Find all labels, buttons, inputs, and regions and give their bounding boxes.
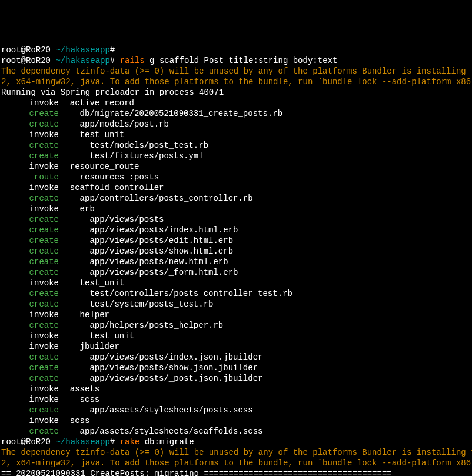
generator-path: app/views/posts/index.html.erb <box>60 225 238 235</box>
generator-action: create <box>1 426 60 437</box>
generator-action: create <box>1 405 60 415</box>
command-name: rake <box>120 437 145 447</box>
prompt-path: ~/hakaseapp <box>55 56 109 65</box>
generator-action: invoke <box>1 161 60 172</box>
generator-action: create <box>1 235 60 246</box>
generator-line: invoke scss <box>1 415 471 426</box>
generator-path: jbuilder <box>60 342 119 351</box>
generator-action: create <box>1 151 60 161</box>
prompt-path: ~/hakaseapp <box>55 437 109 447</box>
generator-action: create <box>1 246 60 257</box>
generator-action: create <box>1 214 60 225</box>
generator-line: invoke helper <box>1 309 471 320</box>
generator-action: create <box>1 267 60 278</box>
generator-line: create test/controllers/posts_controller… <box>1 288 471 299</box>
generator-line: invoke jbuilder <box>1 341 471 352</box>
command-args: db:migrate <box>145 437 194 447</box>
generator-line: create test/system/posts_test.rb <box>1 299 471 309</box>
command-name: rails <box>120 56 149 65</box>
generator-line: invoke test_unit <box>1 331 471 341</box>
generator-line: route resources :posts <box>1 172 471 182</box>
generator-line: create db/migrate/20200521090331_create_… <box>1 108 471 119</box>
prompt-hash: # <box>110 56 120 65</box>
generator-line: create app/views/posts/index.json.jbuild… <box>1 352 471 362</box>
prompt-hash: # <box>110 437 120 447</box>
generator-action: create <box>1 108 60 119</box>
generator-line: invoke assets <box>1 384 471 394</box>
generator-path: app/views/posts/new.html.erb <box>60 257 228 267</box>
generator-action: create <box>1 119 60 129</box>
generator-line: create app/views/posts/index.html.erb <box>1 225 471 235</box>
generator-action: invoke <box>1 341 60 352</box>
generator-action: invoke <box>1 309 60 320</box>
generator-action: invoke <box>1 394 60 405</box>
generator-line: create app/views/posts/_form.html.erb <box>1 267 471 278</box>
generator-line: invoke scss <box>1 394 471 405</box>
dependency-warning: The dependency tzinfo-data (>= 0) will b… <box>1 66 471 76</box>
generator-path: app/views/posts/show.html.erb <box>60 247 233 256</box>
generator-action: create <box>1 320 60 331</box>
prompt-host: root@RoR20 <box>1 56 55 65</box>
generator-line: invoke erb <box>1 204 471 214</box>
generator-line: create app/views/posts <box>1 214 471 225</box>
generator-path: app/assets/stylesheets/posts.scss <box>60 405 253 415</box>
generator-line: create app/views/posts/show.html.erb <box>1 246 471 257</box>
prompt-host: root@RoR20 <box>1 45 55 55</box>
prompt-hash: # <box>110 45 115 55</box>
generator-action: create <box>1 373 60 384</box>
generator-path: scaffold_controller <box>60 183 164 192</box>
generator-path: assets <box>60 384 99 394</box>
command-args: g scaffold Post title:string body:text <box>149 56 337 65</box>
prompt-line-3: root@RoR20 ~/hakaseapp# rake db:migrate <box>1 437 471 447</box>
generator-line: create app/helpers/posts_helper.rb <box>1 320 471 331</box>
generator-line: create app/views/posts/_post.json.jbuild… <box>1 373 471 384</box>
generator-action: create <box>1 257 60 267</box>
generator-path: active_record <box>60 98 134 108</box>
generator-path: erb <box>60 204 95 214</box>
generator-line: invoke test_unit <box>1 278 471 288</box>
generator-action: invoke <box>1 415 60 426</box>
generator-line: invoke active_record <box>1 98 471 108</box>
generator-action: create <box>1 225 60 235</box>
generator-path: test/fixtures/posts.yml <box>60 151 204 161</box>
generator-action: create <box>1 140 60 151</box>
generator-path: scss <box>60 395 99 404</box>
prompt-line-1: root@RoR20 ~/hakaseapp# <box>1 45 471 55</box>
generator-path: app/views/posts/edit.html.erb <box>60 236 233 245</box>
prompt-path: ~/hakaseapp <box>55 45 109 55</box>
generator-action: invoke <box>1 182 60 193</box>
generator-line: create app/views/posts/edit.html.erb <box>1 235 471 246</box>
generator-line: create app/assets/stylesheets/scaffolds.… <box>1 426 471 437</box>
generator-path: app/views/posts/index.json.jbuilder <box>60 352 262 362</box>
generator-action: invoke <box>1 204 60 214</box>
generator-action: create <box>1 193 60 204</box>
generator-line: create app/controllers/posts_controller.… <box>1 193 471 204</box>
spring-preloader-line: Running via Spring preloader in process … <box>1 87 471 98</box>
generator-action: invoke <box>1 98 60 108</box>
dependency-warning: 2, x64-mingw32, java. To add those platf… <box>1 76 471 87</box>
generator-path: app/assets/stylesheets/scaffolds.scss <box>60 427 262 436</box>
generator-action: invoke <box>1 384 60 394</box>
generator-action: invoke <box>1 331 60 341</box>
generator-path: test_unit <box>60 130 124 139</box>
generator-line: invoke test_unit <box>1 129 471 140</box>
generator-action: create <box>1 352 60 362</box>
generator-line: invoke scaffold_controller <box>1 182 471 193</box>
generator-path: test/models/post_test.rb <box>60 141 208 150</box>
terminal-output[interactable]: root@RoR20 ~/hakaseapp#root@RoR20 ~/haka… <box>1 45 471 476</box>
generator-line: create test/fixtures/posts.yml <box>1 151 471 161</box>
generator-action: create <box>1 288 60 299</box>
generator-path: db/migrate/20200521090331_create_posts.r… <box>60 109 282 118</box>
generator-path: app/views/posts/show.json.jbuilder <box>60 363 258 372</box>
generator-line: create test/models/post_test.rb <box>1 140 471 151</box>
migration-header: == 20200521090331 CreatePosts: migrating… <box>1 468 471 476</box>
generator-line: create app/models/post.rb <box>1 119 471 129</box>
generator-line: create app/assets/stylesheets/posts.scss <box>1 405 471 415</box>
generator-path: test_unit <box>60 278 124 288</box>
dependency-warning: The dependency tzinfo-data (>= 0) will b… <box>1 447 471 458</box>
generator-path: helper <box>60 310 109 319</box>
generator-action: create <box>1 299 60 309</box>
generator-action: create <box>1 362 60 373</box>
generator-path: resource_route <box>60 162 139 171</box>
generator-line: invoke resource_route <box>1 161 471 172</box>
